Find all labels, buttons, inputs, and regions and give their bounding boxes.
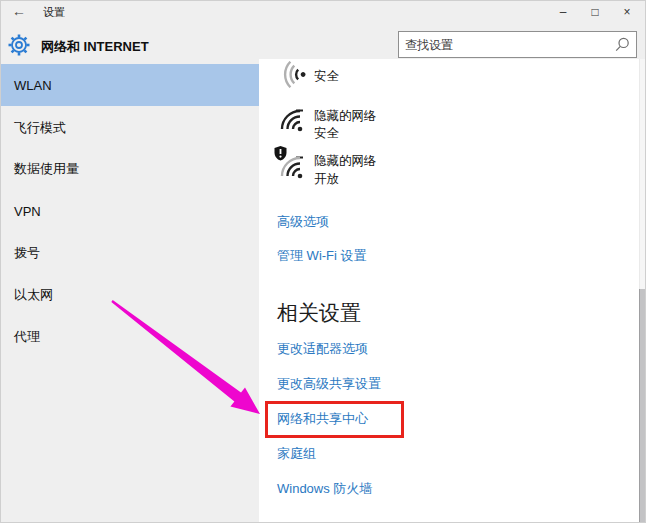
sidebar-item-label: 数据使用量 — [14, 160, 79, 178]
wifi-security-label: 开放 — [314, 172, 339, 187]
homegroup-link[interactable]: 家庭组 — [277, 446, 316, 461]
maximize-button[interactable]: □ — [579, 1, 611, 23]
sidebar-item-label: 代理 — [14, 328, 40, 346]
sidebar-item-airplane-mode[interactable]: 飞行模式 — [1, 108, 259, 148]
network-sharing-center-link[interactable]: 网络和共享中心 — [277, 411, 368, 426]
wifi-network-item[interactable]: 隐藏的网络 安全 — [279, 105, 619, 145]
wifi-network-item[interactable]: 安全 — [279, 59, 619, 91]
search-icon[interactable] — [615, 37, 630, 52]
sidebar-item-label: VPN — [14, 204, 41, 219]
manage-wifi-settings-link[interactable]: 管理 Wi-Fi 设置 — [277, 248, 367, 263]
sidebar-item-proxy[interactable]: 代理 — [1, 317, 259, 357]
back-button[interactable]: ← — [12, 3, 26, 19]
page-title: 网络和 INTERNET — [41, 38, 149, 56]
sidebar-item-dialup[interactable]: 拨号 — [1, 233, 259, 273]
wifi-signal-icon — [279, 61, 306, 88]
wifi-network-name: 隐藏的网络 — [314, 109, 377, 124]
wifi-network-name: 隐藏的网络 — [314, 154, 377, 169]
wifi-security-label: 安全 — [314, 126, 339, 141]
search-input[interactable] — [399, 38, 615, 52]
gear-icon — [8, 34, 30, 56]
sidebar-item-ethernet[interactable]: 以太网 — [1, 275, 259, 315]
minimize-button[interactable]: – — [547, 1, 579, 23]
related-settings-heading: 相关设置 — [277, 300, 361, 325]
close-button[interactable]: × — [611, 1, 643, 23]
settings-search — [398, 31, 637, 58]
change-adapter-options-link[interactable]: 更改适配器选项 — [277, 341, 368, 356]
change-advanced-sharing-link[interactable]: 更改高级共享设置 — [277, 376, 381, 391]
sidebar-item-label: 飞行模式 — [14, 119, 66, 137]
wifi-signal-icon — [279, 108, 306, 135]
settings-window: ← 设置 – □ × — [0, 0, 646, 523]
sidebar-item-label: WLAN — [14, 78, 52, 93]
scrollbar-thumb[interactable] — [639, 289, 645, 523]
sidebar-item-label: 以太网 — [14, 286, 53, 304]
window-title: 设置 — [43, 5, 65, 20]
advanced-options-link[interactable]: 高级选项 — [277, 214, 329, 229]
sidebar-item-label: 拨号 — [14, 244, 40, 262]
sidebar-item-vpn[interactable]: VPN — [1, 191, 259, 231]
windows-firewall-link[interactable]: Windows 防火墙 — [277, 481, 372, 496]
warning-shield-icon — [274, 146, 287, 161]
wifi-network-item[interactable]: 隐藏的网络 开放 — [279, 149, 619, 191]
window-controls: – □ × — [547, 1, 643, 23]
wifi-security-label: 安全 — [314, 69, 339, 84]
sidebar-item-data-usage[interactable]: 数据使用量 — [1, 149, 259, 189]
sidebar-item-wlan[interactable]: WLAN — [1, 64, 259, 106]
